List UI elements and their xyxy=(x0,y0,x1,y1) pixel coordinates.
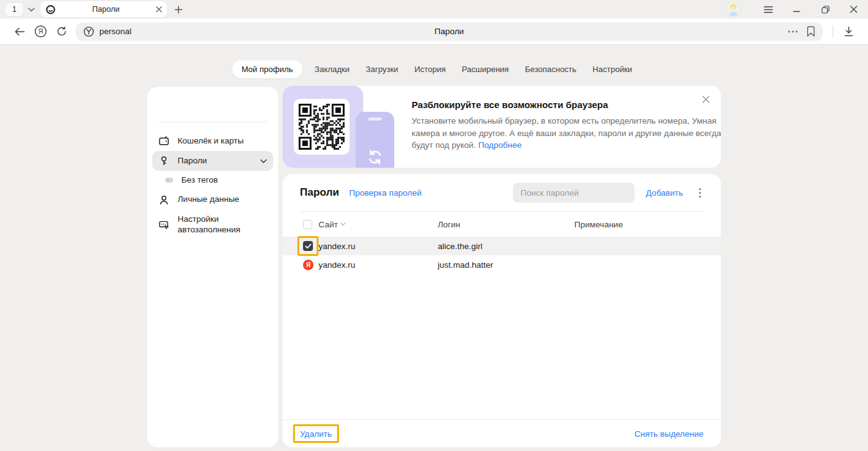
selection-toolbar: Удалить Снять выделение xyxy=(283,419,721,447)
yandex-favicon: Я xyxy=(303,260,314,270)
sidebar-item-label: Личные данные xyxy=(178,194,239,205)
banner-body-text: Установите мобильный браузер, в котором … xyxy=(412,116,721,150)
sidebar-item-no-tags[interactable]: Без тегов xyxy=(152,171,273,190)
autofill-icon xyxy=(158,219,170,230)
chevron-down-icon[interactable] xyxy=(260,159,267,163)
settings-nav: Мой профиль Закладки Загрузки История Ра… xyxy=(0,60,868,78)
tab-group-counter[interactable]: 1 xyxy=(5,2,24,16)
new-tab-icon[interactable] xyxy=(174,6,183,14)
add-password-link[interactable]: Добавить xyxy=(646,188,683,198)
sidebar-item-passwords[interactable]: Пароли xyxy=(152,151,273,171)
login-cell: alice.the.girl xyxy=(438,242,574,251)
tag-icon xyxy=(165,178,173,183)
titlebar: 1 Пароли xyxy=(0,0,868,19)
sidebar-item-personal-data[interactable]: Личные данные xyxy=(152,190,273,210)
toolbar-separator xyxy=(833,25,833,38)
sidebar-item-autofill[interactable]: Настройки автозаполнения xyxy=(152,210,273,240)
table-header: Сайт Логин Примечание xyxy=(283,212,721,237)
address-bar[interactable]: personal Пароли xyxy=(76,22,823,41)
annotation-highlight: Удалить xyxy=(293,424,339,443)
sidebar-item-wallet[interactable]: Кошелёк и карты xyxy=(152,131,273,151)
more-actions-icon[interactable] xyxy=(788,30,798,33)
back-icon[interactable] xyxy=(9,22,30,41)
address-page-title: Пароли xyxy=(76,27,823,36)
nav-tab-settings[interactable]: Настройки xyxy=(589,60,636,78)
qr-code xyxy=(294,99,350,155)
login-cell: just.mad.hatter xyxy=(438,260,574,270)
yandex-home-icon[interactable]: Я xyxy=(30,22,51,41)
sidebar-item-label: Пароли xyxy=(178,156,207,166)
downloads-icon[interactable] xyxy=(838,22,859,41)
restore-icon[interactable] xyxy=(811,0,839,19)
toolbar: Я personal Пароли xyxy=(0,19,868,45)
sidebar: Кошелёк и карты Пароли Без тегов xyxy=(147,87,278,447)
tab-list-chevron-icon[interactable] xyxy=(28,7,35,12)
column-note[interactable]: Примечание xyxy=(574,220,703,229)
minimize-icon[interactable] xyxy=(782,0,811,19)
sidebar-item-label: Настройки автозаполнения xyxy=(178,214,251,235)
nav-tab-bookmarks[interactable]: Закладки xyxy=(311,60,353,78)
menu-icon[interactable] xyxy=(754,0,782,19)
bookmark-icon[interactable] xyxy=(807,26,815,37)
sort-chevron-icon[interactable] xyxy=(340,222,346,226)
phone-illustration xyxy=(356,112,394,168)
nav-tab-downloads[interactable]: Загрузки xyxy=(362,60,402,78)
banner-title: Разблокируйте все возможности браузера xyxy=(412,99,721,110)
url-text[interactable]: personal xyxy=(99,27,132,36)
reload-icon[interactable] xyxy=(51,22,72,41)
banner-body: Установите мобильный браузер, в котором … xyxy=(412,115,721,152)
nav-tab-security[interactable]: Безопасность xyxy=(521,60,580,78)
sidebar-item-label: Без тегов xyxy=(181,175,218,186)
nav-tab-profile[interactable]: Мой профиль xyxy=(232,60,302,78)
search-passwords-input[interactable] xyxy=(513,183,635,203)
sync-icon xyxy=(366,148,384,166)
wallet-icon xyxy=(158,135,170,147)
delete-button[interactable]: Удалить xyxy=(300,429,332,439)
password-check-link[interactable]: Проверка паролей xyxy=(349,188,422,198)
select-all-checkbox[interactable] xyxy=(303,220,312,229)
key-icon xyxy=(158,155,170,166)
svg-text:Я: Я xyxy=(38,27,43,35)
password-row[interactable]: yandex.ru alice.the.girl xyxy=(283,237,721,255)
profile-avatar[interactable] xyxy=(726,2,740,16)
clear-selection-button[interactable]: Снять выделение xyxy=(635,429,703,439)
browser-window: 1 Пароли xyxy=(0,0,868,451)
row-checkbox-checked[interactable] xyxy=(303,241,313,251)
nav-tab-extensions[interactable]: Расширения xyxy=(458,60,513,78)
more-options-icon[interactable] xyxy=(694,185,706,200)
password-row[interactable]: Я yandex.ru just.mad.hatter xyxy=(283,255,721,274)
window-close-icon[interactable] xyxy=(839,0,868,19)
column-site[interactable]: Сайт xyxy=(319,220,338,229)
passwords-panel: Пароли Проверка паролей Добавить Сайт Ло… xyxy=(283,174,721,447)
sidebar-item-label: Кошелёк и карты xyxy=(178,136,243,147)
browser-logo-icon xyxy=(45,4,56,15)
tab-close-icon[interactable] xyxy=(156,6,162,12)
banner-more-link[interactable]: Подробнее xyxy=(478,140,522,150)
site-cell: yandex.ru xyxy=(319,242,355,251)
protect-icon[interactable] xyxy=(83,26,94,37)
tab-title: Пароли xyxy=(56,5,156,14)
banner-close-icon[interactable] xyxy=(698,92,713,107)
column-login[interactable]: Логин xyxy=(438,220,574,229)
nav-tab-history[interactable]: История xyxy=(410,60,449,78)
titlebar-controls xyxy=(726,0,868,19)
promo-banner: Разблокируйте все возможности браузера У… xyxy=(283,86,721,168)
passwords-heading: Пароли xyxy=(300,186,339,199)
site-cell: yandex.ru xyxy=(319,260,355,270)
browser-tab[interactable]: Пароли xyxy=(40,1,167,17)
person-icon xyxy=(158,194,170,206)
